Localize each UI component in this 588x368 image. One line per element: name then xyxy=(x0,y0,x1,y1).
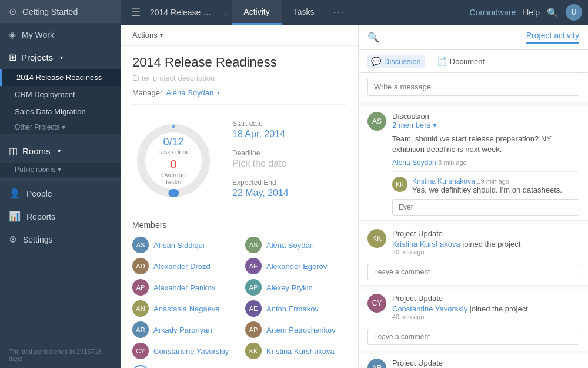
feed-comment-input[interactable] xyxy=(368,329,579,345)
discussion-icon: 💬 xyxy=(371,57,381,66)
member-item[interactable]: ASAhsan Siddiqui xyxy=(132,237,233,253)
member-avatar: KK xyxy=(245,343,262,359)
activity-panel-title: Project activity xyxy=(526,31,579,44)
member-name: Kristina Kurshakova xyxy=(266,347,335,356)
document-icon: 📄 xyxy=(437,57,447,66)
user-avatar[interactable]: U xyxy=(566,4,582,21)
hamburger-icon[interactable]: ☰ xyxy=(126,6,145,19)
people-icon: 👤 xyxy=(9,188,21,199)
project-description[interactable]: Enter project description xyxy=(132,74,346,82)
member-item[interactable]: ADAlexander Drozd xyxy=(132,258,233,274)
member-item[interactable]: AEAnton Ermakov xyxy=(245,300,346,317)
member-avatar: AP xyxy=(245,279,262,296)
message-input[interactable] xyxy=(368,78,579,96)
member-item[interactable]: CYConstantine Yavorskiy xyxy=(132,343,233,359)
feed-detail: Kristina Kurshakova joined the project xyxy=(392,240,579,248)
sidebar-settings-label: Settings xyxy=(23,235,53,244)
reports-icon: 📊 xyxy=(9,211,21,222)
topnav-more-icon[interactable]: ··· xyxy=(326,7,351,18)
tab-discussion[interactable]: 💬 Discussion xyxy=(368,55,425,68)
member-item[interactable]: APArtem Petrochenkov xyxy=(245,321,346,338)
feed-user-link[interactable]: Constantine Yavorskiy xyxy=(392,304,467,313)
sidebar-item-getting-started[interactable]: ⊙ Getting Started xyxy=(0,0,121,23)
topnav-help[interactable]: Help xyxy=(523,8,540,17)
member-name: Alexey Prykin xyxy=(266,283,313,292)
reply-author[interactable]: Kristina Kurshakova xyxy=(412,177,475,185)
start-date-label: Start date xyxy=(232,120,289,128)
feed-type: Project Update xyxy=(392,229,579,238)
sidebar-rooms-section[interactable]: ◫ Rooms ▾ xyxy=(0,140,121,163)
project-title: 2014 Release Readiness xyxy=(132,55,346,70)
member-item[interactable]: ANAnastasia Nagaeva xyxy=(132,300,233,317)
member-item[interactable]: AEAlexander Egorov xyxy=(245,258,346,274)
member-avatar: AE xyxy=(245,300,262,317)
tab-activity[interactable]: Activity xyxy=(232,0,281,25)
feed-item: CY Project Update Constantine Yavorskiy … xyxy=(359,289,588,350)
sidebar-item-crm-deployment[interactable]: CRM Deployment xyxy=(0,86,121,103)
dates-column: Start date 18 Apr, 2014 Deadline Pick th… xyxy=(232,120,289,198)
sidebar-item-settings[interactable]: ⚙ Settings xyxy=(0,228,121,251)
activity-header: 🔍 Project activity xyxy=(359,25,588,50)
member-avatar: AS xyxy=(245,237,262,253)
feed-content: Project Update Kristina Kurshakova joine… xyxy=(392,229,579,256)
discussion-author[interactable]: Alena Soydan xyxy=(392,158,436,167)
content-area: Actions ▾ 2014 Release Readiness Enter p… xyxy=(121,25,588,368)
sidebar-projects-section[interactable]: ⊞ Projects ▾ xyxy=(0,46,121,69)
tab-document[interactable]: 📄 Document xyxy=(433,55,488,68)
settings-icon: ⚙ xyxy=(9,234,17,245)
sidebar-label-getting-started: Getting Started xyxy=(22,7,78,16)
member-avatar: AD xyxy=(132,258,149,274)
expected-end-label: Expected End xyxy=(232,178,289,187)
discussion-members[interactable]: 2 members ▾ xyxy=(392,121,579,130)
tasks-done-label: Tasks done xyxy=(153,148,194,155)
tab-tasks[interactable]: Tasks xyxy=(282,0,326,25)
sidebar-projects-list: 2014 Release Readiness CRM Deployment Sa… xyxy=(0,69,121,134)
feed-time: 40 min ago xyxy=(392,313,579,320)
feed-comment-input[interactable] xyxy=(368,264,579,280)
sidebar-other-projects[interactable]: Other Projects ▾ xyxy=(0,120,121,134)
home-icon: ⊙ xyxy=(9,6,16,17)
feed-item: AR Project Update Arkady Paronyan joined… xyxy=(359,354,588,368)
member-name: Ahsan Siddiqui xyxy=(153,241,205,250)
message-input-wrap xyxy=(359,73,588,101)
feed-avatar: AR xyxy=(368,359,386,368)
discussion-tab-label: Discussion xyxy=(384,57,421,66)
member-item[interactable]: APAlexey Prykin xyxy=(245,279,346,296)
member-name: Constantine Yavorskiy xyxy=(153,347,229,356)
discussion-type-label: Discussion xyxy=(392,112,579,121)
member-avatar: CY xyxy=(132,343,149,359)
sidebar-public-rooms[interactable]: Public rooms ▾ xyxy=(0,163,121,177)
deadline-value[interactable]: Pick the date xyxy=(232,158,289,169)
search-icon[interactable]: 🔍 xyxy=(547,7,559,18)
member-item[interactable]: ARArkady Paronyan xyxy=(132,321,233,338)
members-title: Members xyxy=(132,220,346,230)
reply-avatar: KK xyxy=(392,177,407,192)
member-item[interactable]: KKKristina Kurshakova xyxy=(245,343,346,359)
deadline-group: Deadline Pick the date xyxy=(232,149,289,169)
actions-bar: Actions ▾ xyxy=(121,25,358,46)
feed-type: Project Update xyxy=(392,359,579,367)
manager-name[interactable]: Alena Soydan xyxy=(166,88,213,97)
sidebar-item-my-work[interactable]: ◈ My Work xyxy=(0,23,121,46)
feed-user-link[interactable]: Kristina Kurshakova xyxy=(392,240,460,248)
right-panel: 🔍 Project activity 💬 Discussion 📄 Docume… xyxy=(359,25,588,368)
sidebar-projects-label: Projects xyxy=(21,52,53,62)
discussion-comment-input[interactable] xyxy=(392,199,579,216)
add-member-button[interactable]: + Add member xyxy=(132,365,346,368)
feed-item-header: CY Project Update Constantine Yavorskiy … xyxy=(368,294,579,320)
sidebar-item-release-readiness[interactable]: 2014 Release Readiness xyxy=(0,69,121,86)
topnav-project-title: 2014 Release Readine... xyxy=(145,8,222,17)
sidebar-reports-label: Reports xyxy=(26,212,55,221)
topnav-tabs: Activity Tasks xyxy=(232,0,326,25)
document-tab-label: Document xyxy=(450,57,485,66)
topnav-right: Comindware Help 🔍 U xyxy=(470,4,582,21)
sidebar-rooms-list: Public rooms ▾ xyxy=(0,163,121,177)
actions-button[interactable]: Actions ▾ xyxy=(132,31,163,39)
sidebar-item-reports[interactable]: 📊 Reports xyxy=(0,205,121,228)
member-item[interactable]: ASAlena Soydan xyxy=(245,237,346,253)
member-item[interactable]: APAlexander Pankov xyxy=(132,279,233,296)
sidebar-item-people[interactable]: 👤 People xyxy=(0,182,121,205)
discussion-message: Team, should we start release preparatio… xyxy=(392,134,579,155)
activity-search-icon[interactable]: 🔍 xyxy=(368,32,379,43)
sidebar-item-sales-migration[interactable]: Sales Data Migration xyxy=(0,103,121,120)
